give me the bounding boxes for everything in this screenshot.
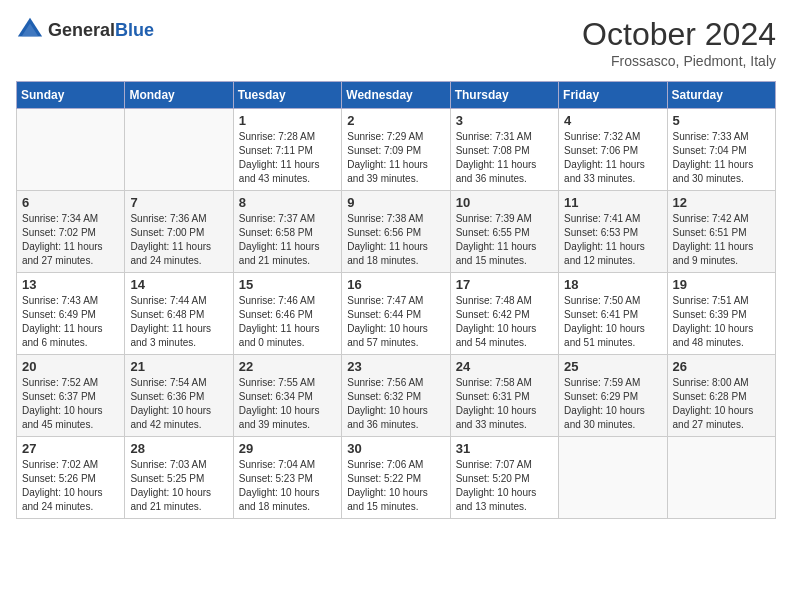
day-info: Sunrise: 7:54 AM Sunset: 6:36 PM Dayligh… [130,376,227,432]
logo-icon [16,16,44,44]
day-number: 8 [239,195,336,210]
day-number: 21 [130,359,227,374]
day-info: Sunrise: 7:07 AM Sunset: 5:20 PM Dayligh… [456,458,553,514]
calendar-cell: 27Sunrise: 7:02 AM Sunset: 5:26 PM Dayli… [17,437,125,519]
weekday-header-tuesday: Tuesday [233,82,341,109]
day-info: Sunrise: 7:55 AM Sunset: 6:34 PM Dayligh… [239,376,336,432]
day-info: Sunrise: 7:38 AM Sunset: 6:56 PM Dayligh… [347,212,444,268]
calendar-cell: 22Sunrise: 7:55 AM Sunset: 6:34 PM Dayli… [233,355,341,437]
day-number: 30 [347,441,444,456]
day-info: Sunrise: 7:48 AM Sunset: 6:42 PM Dayligh… [456,294,553,350]
day-number: 29 [239,441,336,456]
day-number: 2 [347,113,444,128]
calendar-cell: 8Sunrise: 7:37 AM Sunset: 6:58 PM Daylig… [233,191,341,273]
day-number: 4 [564,113,661,128]
calendar-cell: 3Sunrise: 7:31 AM Sunset: 7:08 PM Daylig… [450,109,558,191]
day-info: Sunrise: 7:34 AM Sunset: 7:02 PM Dayligh… [22,212,119,268]
day-info: Sunrise: 7:36 AM Sunset: 7:00 PM Dayligh… [130,212,227,268]
week-row-2: 6Sunrise: 7:34 AM Sunset: 7:02 PM Daylig… [17,191,776,273]
day-number: 5 [673,113,770,128]
day-info: Sunrise: 7:31 AM Sunset: 7:08 PM Dayligh… [456,130,553,186]
logo-general: General [48,20,115,40]
calendar-header: SundayMondayTuesdayWednesdayThursdayFrid… [17,82,776,109]
calendar-cell: 6Sunrise: 7:34 AM Sunset: 7:02 PM Daylig… [17,191,125,273]
page-header: GeneralBlue October 2024 Frossasco, Pied… [16,16,776,69]
calendar-cell: 31Sunrise: 7:07 AM Sunset: 5:20 PM Dayli… [450,437,558,519]
day-info: Sunrise: 7:29 AM Sunset: 7:09 PM Dayligh… [347,130,444,186]
calendar-table: SundayMondayTuesdayWednesdayThursdayFrid… [16,81,776,519]
day-info: Sunrise: 7:42 AM Sunset: 6:51 PM Dayligh… [673,212,770,268]
day-number: 13 [22,277,119,292]
calendar-cell: 23Sunrise: 7:56 AM Sunset: 6:32 PM Dayli… [342,355,450,437]
day-info: Sunrise: 7:47 AM Sunset: 6:44 PM Dayligh… [347,294,444,350]
day-number: 22 [239,359,336,374]
calendar-cell: 2Sunrise: 7:29 AM Sunset: 7:09 PM Daylig… [342,109,450,191]
day-info: Sunrise: 7:52 AM Sunset: 6:37 PM Dayligh… [22,376,119,432]
calendar-cell: 14Sunrise: 7:44 AM Sunset: 6:48 PM Dayli… [125,273,233,355]
day-info: Sunrise: 7:06 AM Sunset: 5:22 PM Dayligh… [347,458,444,514]
week-row-4: 20Sunrise: 7:52 AM Sunset: 6:37 PM Dayli… [17,355,776,437]
logo-blue: Blue [115,20,154,40]
calendar-cell: 15Sunrise: 7:46 AM Sunset: 6:46 PM Dayli… [233,273,341,355]
day-number: 31 [456,441,553,456]
calendar-cell: 16Sunrise: 7:47 AM Sunset: 6:44 PM Dayli… [342,273,450,355]
weekday-header-thursday: Thursday [450,82,558,109]
calendar-cell: 7Sunrise: 7:36 AM Sunset: 7:00 PM Daylig… [125,191,233,273]
week-row-5: 27Sunrise: 7:02 AM Sunset: 5:26 PM Dayli… [17,437,776,519]
day-number: 18 [564,277,661,292]
day-info: Sunrise: 7:44 AM Sunset: 6:48 PM Dayligh… [130,294,227,350]
day-info: Sunrise: 7:58 AM Sunset: 6:31 PM Dayligh… [456,376,553,432]
day-number: 26 [673,359,770,374]
day-info: Sunrise: 7:33 AM Sunset: 7:04 PM Dayligh… [673,130,770,186]
day-number: 9 [347,195,444,210]
week-row-1: 1Sunrise: 7:28 AM Sunset: 7:11 PM Daylig… [17,109,776,191]
weekday-header-wednesday: Wednesday [342,82,450,109]
weekday-header-monday: Monday [125,82,233,109]
calendar-cell: 17Sunrise: 7:48 AM Sunset: 6:42 PM Dayli… [450,273,558,355]
calendar-cell [17,109,125,191]
day-number: 11 [564,195,661,210]
calendar-cell: 9Sunrise: 7:38 AM Sunset: 6:56 PM Daylig… [342,191,450,273]
calendar-cell: 25Sunrise: 7:59 AM Sunset: 6:29 PM Dayli… [559,355,667,437]
calendar-cell: 29Sunrise: 7:04 AM Sunset: 5:23 PM Dayli… [233,437,341,519]
day-info: Sunrise: 7:02 AM Sunset: 5:26 PM Dayligh… [22,458,119,514]
calendar-cell: 13Sunrise: 7:43 AM Sunset: 6:49 PM Dayli… [17,273,125,355]
day-info: Sunrise: 7:56 AM Sunset: 6:32 PM Dayligh… [347,376,444,432]
title-block: October 2024 Frossasco, Piedmont, Italy [582,16,776,69]
calendar-cell: 24Sunrise: 7:58 AM Sunset: 6:31 PM Dayli… [450,355,558,437]
day-number: 15 [239,277,336,292]
day-number: 14 [130,277,227,292]
day-number: 28 [130,441,227,456]
day-number: 27 [22,441,119,456]
calendar-cell: 19Sunrise: 7:51 AM Sunset: 6:39 PM Dayli… [667,273,775,355]
day-info: Sunrise: 7:04 AM Sunset: 5:23 PM Dayligh… [239,458,336,514]
day-number: 16 [347,277,444,292]
calendar-cell: 21Sunrise: 7:54 AM Sunset: 6:36 PM Dayli… [125,355,233,437]
calendar-cell: 12Sunrise: 7:42 AM Sunset: 6:51 PM Dayli… [667,191,775,273]
day-number: 20 [22,359,119,374]
day-number: 12 [673,195,770,210]
calendar-cell: 5Sunrise: 7:33 AM Sunset: 7:04 PM Daylig… [667,109,775,191]
weekday-header-saturday: Saturday [667,82,775,109]
calendar-cell [667,437,775,519]
day-number: 17 [456,277,553,292]
logo: GeneralBlue [16,16,154,44]
weekday-header-friday: Friday [559,82,667,109]
day-info: Sunrise: 7:59 AM Sunset: 6:29 PM Dayligh… [564,376,661,432]
calendar-body: 1Sunrise: 7:28 AM Sunset: 7:11 PM Daylig… [17,109,776,519]
weekday-header-sunday: Sunday [17,82,125,109]
day-number: 19 [673,277,770,292]
calendar-cell: 20Sunrise: 7:52 AM Sunset: 6:37 PM Dayli… [17,355,125,437]
calendar-cell: 28Sunrise: 7:03 AM Sunset: 5:25 PM Dayli… [125,437,233,519]
calendar-cell: 10Sunrise: 7:39 AM Sunset: 6:55 PM Dayli… [450,191,558,273]
day-info: Sunrise: 7:51 AM Sunset: 6:39 PM Dayligh… [673,294,770,350]
week-row-3: 13Sunrise: 7:43 AM Sunset: 6:49 PM Dayli… [17,273,776,355]
calendar-cell: 1Sunrise: 7:28 AM Sunset: 7:11 PM Daylig… [233,109,341,191]
day-info: Sunrise: 7:32 AM Sunset: 7:06 PM Dayligh… [564,130,661,186]
calendar-cell: 30Sunrise: 7:06 AM Sunset: 5:22 PM Dayli… [342,437,450,519]
day-number: 6 [22,195,119,210]
day-info: Sunrise: 7:28 AM Sunset: 7:11 PM Dayligh… [239,130,336,186]
day-number: 25 [564,359,661,374]
day-number: 3 [456,113,553,128]
day-info: Sunrise: 7:43 AM Sunset: 6:49 PM Dayligh… [22,294,119,350]
